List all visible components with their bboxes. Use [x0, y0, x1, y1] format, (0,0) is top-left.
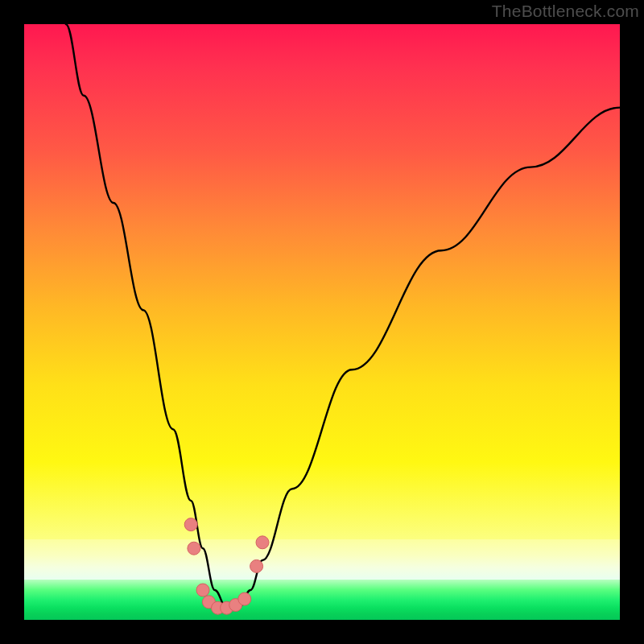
plot-area	[24, 24, 620, 620]
trough-marker	[250, 559, 263, 572]
trough-marker	[188, 542, 200, 555]
trough-marker	[238, 592, 251, 605]
trough-marker	[184, 518, 197, 531]
curve-layer	[24, 24, 620, 620]
trough-marker	[196, 584, 209, 597]
attribution-text: TheBottleneck.com	[492, 2, 639, 21]
trough-marker	[256, 536, 269, 549]
v-curve	[66, 24, 620, 608]
outer-frame: TheBottleneck.com	[0, 0, 644, 644]
marker-group	[184, 518, 269, 615]
